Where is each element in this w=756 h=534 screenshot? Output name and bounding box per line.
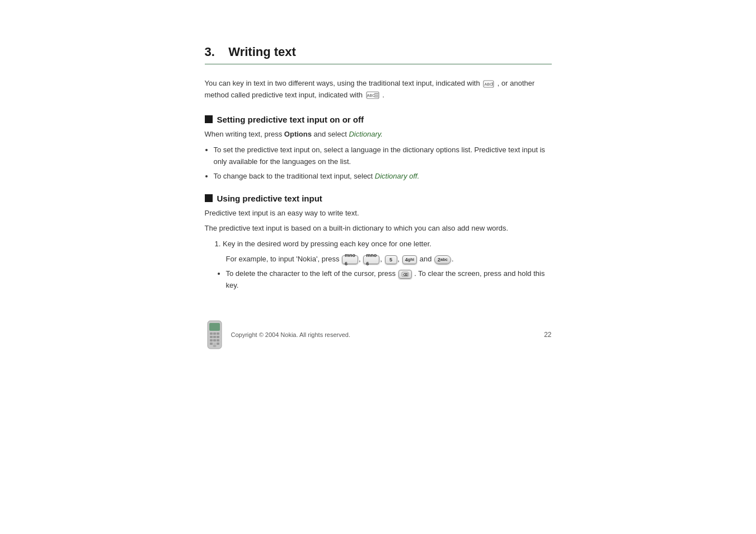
section2-heading: Using predictive text input (205, 194, 552, 203)
numbered-item-1: 1. Key in the desired word by pressing e… (215, 238, 552, 250)
key-5: 5 (385, 255, 397, 264)
key-4ghi: 4ghi (402, 255, 417, 264)
section1: Setting predictive text input on or off … (205, 115, 552, 182)
chapter-title-text: Writing text (228, 45, 296, 59)
section1-bullets: To set the predictive text input on, sel… (214, 144, 552, 182)
section2-icon (205, 194, 213, 202)
dictionary-off-label: Dictionary off. (375, 172, 419, 180)
intro-text-part3: . (382, 91, 384, 99)
key-mno6-2: mno6 (363, 255, 379, 264)
section2-para1: Predictive text input is an easy way to … (205, 208, 552, 219)
svg-rect-21 (213, 339, 216, 341)
traditional-icon: ABC (483, 79, 494, 88)
footer-left: Copyright © 2004 Nokia. All rights reser… (205, 320, 351, 350)
bullet-item-1: To set the predictive text input on, sel… (214, 144, 552, 168)
example-and-text: and (420, 255, 434, 263)
svg-text:ABC: ABC (367, 93, 374, 97)
intro-text-part1: You can key in text in two different way… (205, 79, 482, 87)
copyright-text: Copyright © 2004 Nokia. All rights reser… (231, 331, 351, 338)
svg-rect-15 (213, 332, 216, 335)
predictive-icon: ABC (366, 91, 379, 100)
footer: Copyright © 2004 Nokia. All rights reser… (205, 314, 552, 350)
svg-rect-20 (210, 339, 213, 341)
sub-bullet-list: To delete the character to the left of t… (226, 268, 552, 292)
svg-rect-17 (210, 336, 213, 338)
bullet-item-2: To change back to the traditional text i… (214, 171, 552, 182)
svg-rect-18 (213, 336, 216, 338)
svg-rect-22 (217, 339, 219, 341)
svg-rect-23 (210, 343, 213, 345)
section2-heading-text: Using predictive text input (217, 194, 322, 203)
section1-text-when: When writing text, press (205, 130, 284, 138)
key-2abc: 2abc (434, 255, 451, 264)
section1-subtext: When writing text, press Options and sel… (205, 129, 552, 140)
svg-rect-24 (213, 343, 216, 345)
section1-icon (205, 115, 213, 123)
sub-bullet-item-1: To delete the character to the left of t… (226, 268, 552, 292)
svg-rect-19 (217, 336, 219, 338)
section2: Using predictive text input Predictive t… (205, 194, 552, 292)
content-area: 3. Writing text You can key in text in t… (205, 34, 552, 362)
section2-para1-text: Predictive text input is an easy way to … (205, 209, 359, 217)
svg-rect-25 (217, 343, 219, 345)
delete-key-icon: ⌫ (401, 271, 409, 277)
nokia-phone-icon (205, 320, 224, 350)
page: 3. Writing text You can key in text in t… (0, 0, 756, 534)
section1-and: and select (314, 130, 349, 138)
numbered-list: 1. Key in the desired word by pressing e… (215, 238, 552, 291)
section2-para2: The predictive text input is based on a … (205, 223, 552, 235)
numbered-item-1-text: Key in the desired word by pressing each… (223, 240, 431, 248)
options-label: Options (284, 130, 312, 138)
example-line: For example, to input 'Nokia', press mno… (226, 254, 552, 265)
chapter-title: 3. Writing text (205, 45, 552, 64)
delete-key: ⌫ (398, 270, 412, 279)
svg-text:ABC: ABC (485, 82, 492, 86)
chapter-number: 3. (205, 45, 215, 59)
bullet1-text: To set the predictive text input on, sel… (214, 146, 546, 166)
section2-para2-text: The predictive text input is based on a … (205, 224, 509, 232)
section1-heading-text: Setting predictive text input on or off (217, 115, 364, 124)
intro-paragraph: You can key in text in two different way… (205, 78, 552, 101)
numbered-item-1-num: 1. (215, 240, 223, 248)
svg-rect-13 (209, 323, 220, 331)
svg-text:⌫: ⌫ (402, 273, 408, 276)
sub-bullet-text1: To delete the character to the left of t… (226, 269, 398, 278)
dictionary-label: Dictionary. (349, 130, 382, 138)
svg-point-26 (213, 345, 216, 347)
example-intro-text: For example, to input 'Nokia', press (226, 255, 340, 263)
svg-rect-16 (217, 332, 219, 335)
key-mno6-1: mno6 (342, 255, 358, 264)
svg-rect-14 (210, 332, 213, 335)
bullet2-text: To change back to the traditional text i… (214, 172, 375, 180)
page-number: 22 (544, 331, 551, 339)
section1-heading: Setting predictive text input on or off (205, 115, 552, 124)
